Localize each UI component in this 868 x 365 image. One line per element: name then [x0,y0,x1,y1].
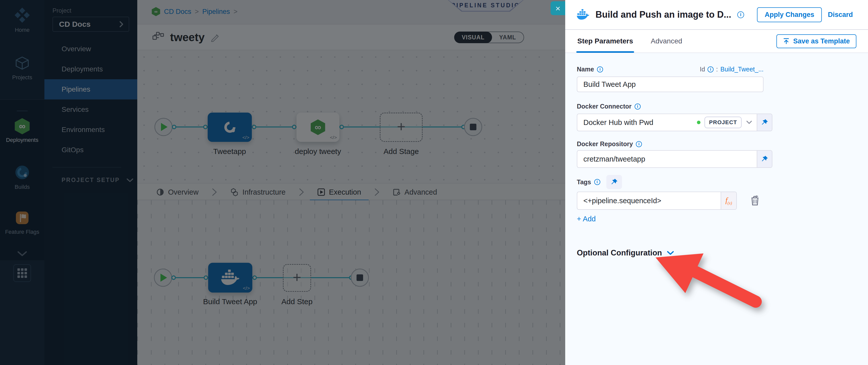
chevron-down-icon [666,251,674,255]
info-icon[interactable]: i [594,179,600,185]
step-config-drawer: Build and Push an image to D... i Apply … [565,0,868,365]
docker-icon [577,9,589,20]
name-input[interactable] [577,77,764,92]
drawer-header: Build and Push an image to D... i Apply … [565,0,868,30]
apply-changes-button[interactable]: Apply Changes [757,7,822,22]
name-label: Name i [577,66,603,73]
chevron-down-icon[interactable] [746,120,752,124]
id-separator: : [716,66,718,73]
docker-connector-value: Docker Hub with Pwd [577,118,697,127]
tag-field: f(x) [577,191,737,210]
docker-connector-label: Docker Connector i [577,103,857,110]
info-icon[interactable]: i [634,103,641,110]
drawer-body: Name i Id i : Build_Tweet_... Docker Con… [565,53,868,365]
pin-icon [761,119,768,126]
optional-configuration-label: Optional Configuration [577,248,662,257]
optional-configuration-toggle[interactable]: Optional Configuration [577,248,857,257]
docker-repository-label: Docker Repository i [577,140,857,148]
add-tag-link[interactable]: + Add [577,215,596,223]
tab-advanced[interactable]: Advanced [650,30,683,53]
id-label: Id [700,66,705,73]
pin-icon [610,178,618,186]
scope-badge[interactable]: PROJECT [705,117,742,128]
pin-repository-button[interactable] [757,151,772,168]
step-title: Build and Push an image to D... [595,9,731,20]
save-as-template-label: Save as Template [793,37,850,45]
expression-fx-button[interactable]: f(x) [721,192,736,209]
pin-tags-button[interactable] [606,175,622,189]
pin-icon [761,155,768,163]
info-icon[interactable]: i [636,141,642,147]
docker-repository-field [577,150,772,168]
info-icon[interactable]: i [708,66,714,72]
save-as-template-button[interactable]: Save as Template [776,34,857,48]
docker-connector-field[interactable]: Docker Hub with Pwd PROJECT [577,114,772,131]
info-icon[interactable]: i [597,66,603,72]
docker-repository-input[interactable] [577,151,757,168]
step-id: Id i : Build_Tweet_... [700,66,764,73]
pin-connector-button[interactable] [757,114,772,131]
id-value-link[interactable]: Build_Tweet_... [720,66,764,73]
upload-icon [783,38,789,45]
discard-button[interactable]: Discard [828,11,853,19]
tags-label: Tags i [577,179,600,186]
tab-step-parameters[interactable]: Step Parameters [577,30,633,53]
close-drawer-button[interactable]: × [551,1,565,15]
trash-icon [750,195,760,206]
tag-input[interactable] [577,192,721,209]
info-icon[interactable]: i [737,11,744,18]
drawer-backdrop[interactable] [0,0,565,365]
delete-tag-button[interactable] [750,195,760,207]
drawer-tabbar: Step Parameters Advanced Save as Templat… [565,30,868,53]
close-icon: × [555,3,560,13]
connector-status-dot [697,121,701,124]
